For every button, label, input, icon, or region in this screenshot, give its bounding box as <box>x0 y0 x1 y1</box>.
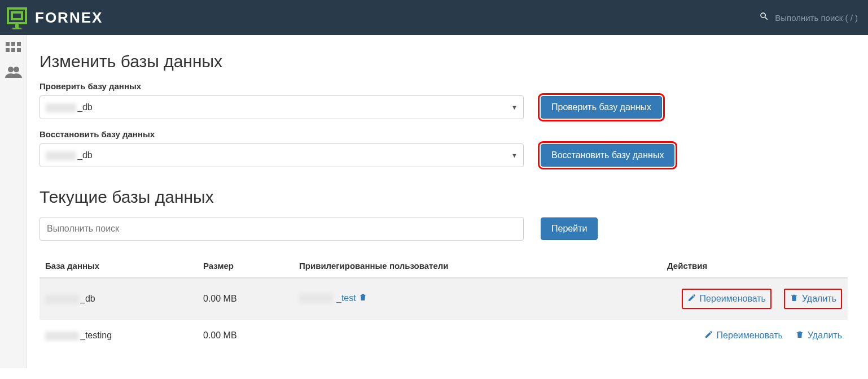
svg-point-11 <box>14 67 19 72</box>
brand-name: FORNEX <box>35 9 103 27</box>
apps-icon[interactable] <box>6 42 21 55</box>
logo-icon <box>5 5 29 30</box>
global-search-placeholder: Выполнить поиск ( / ) <box>775 13 858 23</box>
users-icon[interactable] <box>5 66 22 80</box>
sidebar <box>0 35 27 368</box>
rename-button[interactable]: Переименовать <box>682 289 771 309</box>
page-title: Изменить базы данных <box>40 52 848 71</box>
chevron-down-icon: ▼ <box>511 104 518 111</box>
delete-button[interactable]: Удалить <box>795 330 842 341</box>
trash-icon[interactable] <box>358 293 367 304</box>
svg-rect-2 <box>15 24 19 28</box>
svg-rect-6 <box>17 42 21 46</box>
check-db-section: Проверить базу данных _db ▼ Проверить ба… <box>40 81 848 119</box>
svg-rect-0 <box>8 8 26 23</box>
col-users: Привилегированные пользователи <box>293 254 667 278</box>
databases-table: База данных Размер Привилегированные пол… <box>40 254 848 351</box>
user-link[interactable]: _test <box>299 293 367 304</box>
table-row: _db 0.00 MB _test <box>40 278 848 320</box>
svg-rect-4 <box>6 42 10 46</box>
rename-button[interactable]: Переименовать <box>704 330 783 341</box>
repair-db-select[interactable]: _db ▼ <box>40 143 524 167</box>
svg-rect-3 <box>12 28 21 29</box>
col-size: Размер <box>198 254 293 278</box>
pencil-icon <box>687 293 696 304</box>
global-search[interactable]: Выполнить поиск ( / ) <box>759 11 868 24</box>
trash-icon <box>795 330 804 341</box>
svg-rect-7 <box>6 48 10 52</box>
check-db-select[interactable]: _db ▼ <box>40 95 524 119</box>
table-row: _testing 0.00 MB Переименовать Удалить <box>40 320 848 352</box>
col-actions: Действия <box>667 254 848 278</box>
search-input[interactable] <box>40 217 524 241</box>
check-db-label: Проверить базу данных <box>40 81 848 91</box>
repair-db-section: Восстановить базу данных _db ▼ Восстанов… <box>40 129 848 167</box>
check-db-button[interactable]: Проверить базу данных <box>541 96 662 119</box>
svg-point-10 <box>8 67 14 72</box>
logo[interactable]: FORNEX <box>5 5 103 30</box>
topbar: FORNEX Выполнить поиск ( / ) <box>0 0 868 35</box>
chevron-down-icon: ▼ <box>511 152 518 159</box>
search-icon <box>759 11 769 24</box>
current-databases-title: Текущие базы данных <box>40 188 848 207</box>
repair-db-label: Восстановить базу данных <box>40 129 848 139</box>
svg-rect-9 <box>17 48 21 52</box>
svg-rect-1 <box>12 12 22 19</box>
trash-icon <box>790 293 799 304</box>
svg-rect-8 <box>11 48 15 52</box>
svg-rect-5 <box>11 42 15 46</box>
repair-db-button[interactable]: Восстановить базу данных <box>541 144 674 167</box>
pencil-icon <box>704 330 713 341</box>
col-database: База данных <box>40 254 198 278</box>
delete-button[interactable]: Удалить <box>784 289 842 309</box>
go-button[interactable]: Перейти <box>541 217 598 240</box>
